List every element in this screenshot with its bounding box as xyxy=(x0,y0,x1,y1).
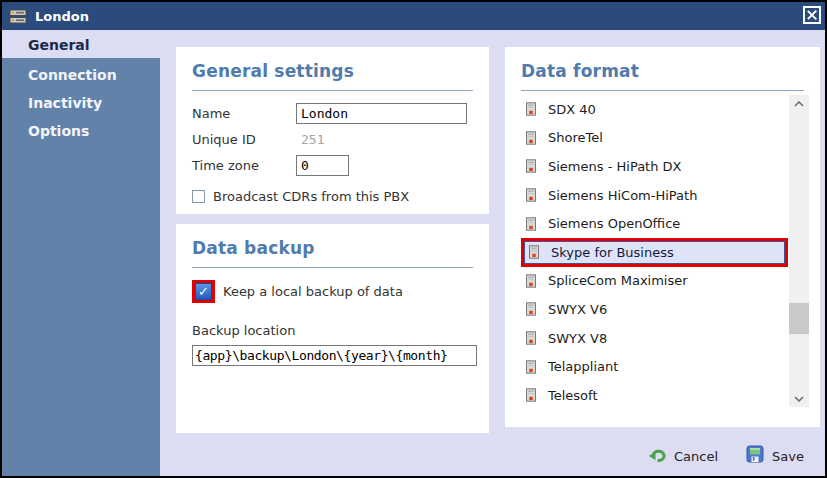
list-item[interactable]: ShoreTel xyxy=(521,124,788,153)
data-format-panel: Data format SDX 40 ShoreTel Siemens - Hi… xyxy=(505,47,820,427)
backup-location-input[interactable] xyxy=(192,345,477,366)
list-item[interactable]: Siemens HiCom-HiPath xyxy=(521,181,788,210)
red-highlight-annotation xyxy=(192,280,215,303)
list-item[interactable]: SDX 40 xyxy=(521,95,788,124)
pbx-format-icon xyxy=(525,131,537,145)
pbx-server-icon xyxy=(9,8,27,25)
heading-rule xyxy=(192,90,473,91)
pbx-format-icon xyxy=(525,360,537,374)
data-backup-panel: Data backup Keep a local backup of data … xyxy=(176,224,489,433)
list-item-selected[interactable]: Skype for Business xyxy=(521,238,788,267)
list-item[interactable]: Telappliant xyxy=(521,352,788,381)
pbx-format-icon xyxy=(525,274,537,288)
close-button[interactable] xyxy=(803,6,821,24)
general-settings-title: General settings xyxy=(192,61,473,81)
pbx-format-icon xyxy=(525,188,537,202)
save-label: Save xyxy=(772,449,804,464)
list-item[interactable]: SWYX V6 xyxy=(521,295,788,324)
backup-location-label: Backup location xyxy=(192,323,473,338)
list-item[interactable]: Siemens OpenOffice xyxy=(521,209,788,238)
data-format-title: Data format xyxy=(521,61,804,81)
heading-rule xyxy=(192,267,473,268)
unique-id-value: 251 xyxy=(296,132,324,147)
pbx-format-icon xyxy=(525,331,537,345)
sidebar-item-options[interactable]: Options xyxy=(2,117,160,145)
pbx-format-icon xyxy=(525,102,537,116)
name-label: Name xyxy=(192,106,296,121)
sidebar: Connection Inactivity Options xyxy=(2,58,160,476)
general-settings-panel: General settings Name Unique ID 251 Time… xyxy=(176,47,489,214)
broadcast-cdrs-row[interactable]: Broadcast CDRs from this PBX xyxy=(192,189,473,204)
list-item[interactable]: Telesoft xyxy=(521,381,788,410)
unique-id-label: Unique ID xyxy=(192,132,296,147)
keep-backup-checkbox[interactable] xyxy=(195,283,212,300)
name-input[interactable] xyxy=(296,103,467,124)
list-scrollbar[interactable] xyxy=(789,95,809,407)
pbx-format-icon xyxy=(525,388,537,402)
cancel-button[interactable]: Cancel xyxy=(648,446,718,466)
sidebar-item-connection[interactable]: Connection xyxy=(2,61,160,89)
undo-arrow-icon xyxy=(648,446,666,467)
save-disk-icon xyxy=(746,445,764,467)
list-item[interactable]: Siemens - HiPath DX xyxy=(521,152,788,181)
broadcast-cdrs-label: Broadcast CDRs from this PBX xyxy=(213,189,409,204)
pbx-format-icon xyxy=(525,217,537,231)
time-zone-input[interactable] xyxy=(296,155,349,176)
list-item[interactable]: SpliceCom Maximiser xyxy=(521,267,788,296)
scroll-up-arrow-icon[interactable] xyxy=(789,95,809,112)
title-bar: London xyxy=(2,2,825,30)
sidebar-item-general[interactable]: General xyxy=(2,31,160,58)
scrollbar-thumb[interactable] xyxy=(789,303,809,334)
broadcast-cdrs-checkbox[interactable] xyxy=(192,190,205,203)
pbx-format-icon xyxy=(528,245,540,259)
close-icon xyxy=(807,10,817,20)
save-button[interactable]: Save xyxy=(746,446,804,466)
cancel-label: Cancel xyxy=(674,449,718,464)
data-backup-title: Data backup xyxy=(192,238,473,258)
window-title: London xyxy=(35,9,89,24)
data-format-list: SDX 40 ShoreTel Siemens - HiPath DX Siem… xyxy=(521,95,788,410)
list-item[interactable]: SWYX V8 xyxy=(521,324,788,353)
heading-rule xyxy=(521,90,804,91)
keep-backup-row[interactable]: Keep a local backup of data xyxy=(192,280,473,303)
sidebar-item-inactivity[interactable]: Inactivity xyxy=(2,89,160,117)
time-zone-label: Time zone xyxy=(192,158,296,173)
pbx-format-icon xyxy=(525,159,537,173)
keep-backup-label: Keep a local backup of data xyxy=(223,284,403,299)
pbx-format-icon xyxy=(525,302,537,316)
pbx-dialog-window: London General Connection Inactivity Opt… xyxy=(0,0,827,478)
scroll-down-arrow-icon[interactable] xyxy=(789,390,809,407)
